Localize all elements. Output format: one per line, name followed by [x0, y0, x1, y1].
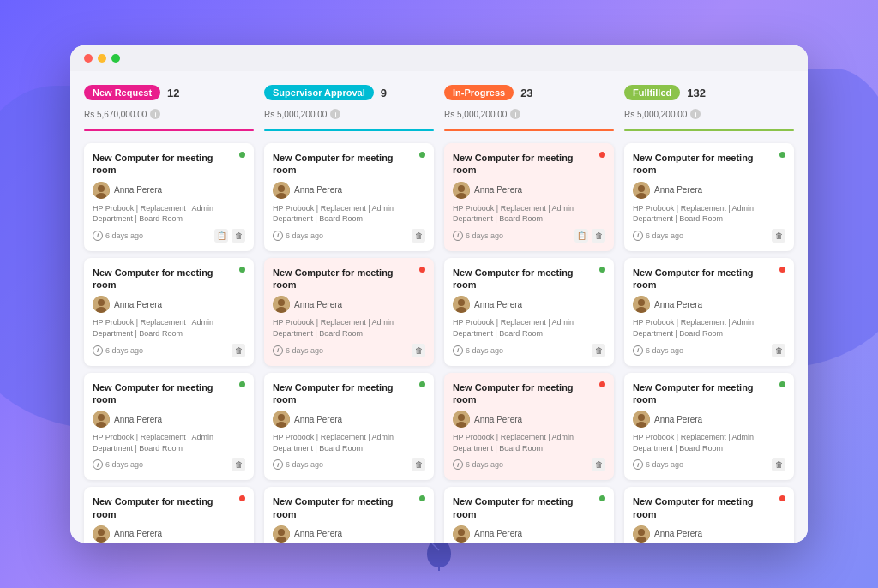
column-amount-in-progress: Rs 5,000,200.00i	[444, 109, 614, 119]
card-status-dot	[239, 267, 245, 273]
card-title: New Computer for meeting room	[93, 381, 245, 406]
kanban-card[interactable]: New Computer for meeting roomAnna Perera…	[264, 143, 434, 251]
delete-button[interactable]: 🗑	[232, 344, 245, 357]
card-footer: i6 days ago🗑	[633, 229, 785, 243]
info-icon: i	[453, 459, 463, 470]
kanban-card[interactable]: New Computer for meeting roomAnna Perera…	[84, 373, 254, 481]
delete-button[interactable]: 🗑	[772, 344, 785, 357]
delete-button[interactable]: 🗑	[412, 229, 425, 243]
card-actions: 🗑	[412, 344, 425, 357]
column-header-supervisor-approval: Supervisor Approval9	[264, 85, 434, 100]
card-status-dot	[599, 152, 605, 158]
svg-point-19	[278, 414, 285, 421]
card-time: i6 days ago	[633, 231, 683, 241]
user-name: Anna Perera	[294, 529, 342, 538]
avatar	[633, 525, 650, 543]
dot-minimize[interactable]	[98, 54, 106, 63]
copy-button[interactable]: 📋	[214, 229, 228, 243]
delete-button[interactable]: 🗑	[772, 458, 785, 471]
kanban-card[interactable]: New Computer for meeting roomAnna Perera…	[444, 373, 614, 481]
column-amount-supervisor-approval: Rs 5,000,200.00i	[264, 109, 434, 119]
card-status-dot	[599, 267, 605, 273]
card-meta: HP Probook | Replacement | Admin Departm…	[273, 203, 425, 225]
delete-button[interactable]: 🗑	[592, 229, 605, 243]
kanban-card[interactable]: New Computer for meeting roomAnna Perera…	[444, 258, 614, 366]
delete-button[interactable]: 🗑	[772, 229, 785, 243]
dot-close[interactable]	[84, 54, 93, 63]
card-actions: 📋🗑	[214, 229, 245, 243]
kanban-card[interactable]: New Computer for meeting roomAnna Perera…	[84, 487, 254, 543]
kanban-card[interactable]: New Computer for meeting roomAnna Perera…	[624, 143, 794, 251]
card-meta: HP Probook | Replacement | Admin Departm…	[633, 203, 785, 225]
svg-point-31	[458, 414, 465, 421]
column-divider-supervisor-approval	[264, 129, 434, 131]
card-actions: 🗑	[772, 458, 785, 471]
user-name: Anna Perera	[294, 185, 342, 195]
info-icon: i	[633, 345, 643, 356]
avatar	[633, 296, 650, 313]
kanban-column-in-progress: In-Progress23Rs 5,000,200.00iNew Compute…	[444, 85, 614, 543]
svg-point-10	[98, 529, 105, 536]
card-user: Anna Perera	[273, 525, 425, 543]
kanban-card[interactable]: New Computer for meeting roomAnna Perera…	[624, 373, 794, 481]
kanban-card[interactable]: New Computer for meeting roomAnna Perera…	[444, 143, 614, 251]
card-footer: i6 days ago🗑	[273, 229, 425, 243]
card-actions: 🗑	[592, 344, 605, 357]
card-time: i6 days ago	[93, 459, 143, 470]
column-header-in-progress: In-Progress23	[444, 85, 614, 100]
card-actions: 🗑	[232, 344, 245, 357]
card-user: Anna Perera	[633, 411, 785, 428]
kanban-card[interactable]: New Computer for meeting roomAnna Perera…	[264, 373, 434, 481]
delete-button[interactable]: 🗑	[412, 344, 425, 357]
status-badge-new-request: New Request	[84, 85, 160, 100]
info-icon: i	[93, 345, 103, 356]
card-meta: HP Probook | Replacement | Admin Departm…	[93, 317, 245, 339]
kanban-card[interactable]: New Computer for meeting roomAnna Perera…	[624, 487, 794, 543]
delete-button[interactable]: 🗑	[232, 458, 245, 471]
status-badge-fulfilled: Fullfilled	[624, 85, 680, 100]
user-name: Anna Perera	[654, 185, 702, 195]
card-title: New Computer for meeting room	[633, 381, 785, 406]
kanban-card[interactable]: New Computer for meeting roomAnna Perera…	[444, 487, 614, 543]
card-time: i6 days ago	[273, 345, 323, 356]
card-status-dot	[599, 381, 605, 387]
card-actions: 🗑	[772, 229, 785, 243]
card-footer: i6 days ago📋🗑	[93, 229, 245, 243]
user-name: Anna Perera	[294, 300, 342, 309]
avatar	[93, 411, 110, 428]
svg-point-34	[458, 529, 465, 536]
column-count-new-request: 12	[167, 87, 179, 99]
card-title: New Computer for meeting room	[453, 152, 605, 177]
card-user: Anna Perera	[453, 411, 605, 428]
delete-button[interactable]: 🗑	[592, 344, 605, 357]
card-actions: 🗑	[772, 344, 785, 357]
kanban-card[interactable]: New Computer for meeting roomAnna Perera…	[624, 258, 794, 366]
info-icon: i	[93, 231, 103, 241]
kanban-card[interactable]: New Computer for meeting roomAnna Perera…	[84, 258, 254, 366]
avatar	[633, 411, 650, 428]
user-name: Anna Perera	[114, 529, 162, 538]
card-status-dot	[419, 381, 425, 387]
column-amount-new-request: Rs 5,670,000.00i	[84, 109, 254, 119]
card-footer: i6 days ago🗑	[633, 458, 785, 471]
delete-button[interactable]: 🗑	[412, 458, 425, 471]
delete-button[interactable]: 🗑	[232, 229, 245, 243]
svg-point-28	[458, 299, 465, 306]
delete-button[interactable]: 🗑	[592, 458, 605, 471]
info-icon: i	[273, 345, 283, 356]
card-actions: 🗑	[592, 458, 605, 471]
dot-maximize[interactable]	[111, 54, 120, 63]
card-user: Anna Perera	[633, 525, 785, 543]
info-icon: i	[453, 231, 463, 241]
user-name: Anna Perera	[654, 415, 702, 424]
avatar	[453, 182, 470, 199]
kanban-card[interactable]: New Computer for meeting roomAnna Perera…	[264, 258, 434, 366]
info-icon: i	[633, 459, 643, 470]
copy-button[interactable]: 📋	[574, 229, 588, 243]
kanban-card[interactable]: New Computer for meeting roomAnna Perera…	[84, 143, 254, 251]
card-user: Anna Perera	[93, 182, 245, 199]
card-time: i6 days ago	[633, 459, 683, 470]
kanban-card[interactable]: New Computer for meeting roomAnna Perera…	[264, 487, 434, 543]
user-name: Anna Perera	[114, 300, 162, 309]
card-title: New Computer for meeting room	[633, 152, 785, 177]
